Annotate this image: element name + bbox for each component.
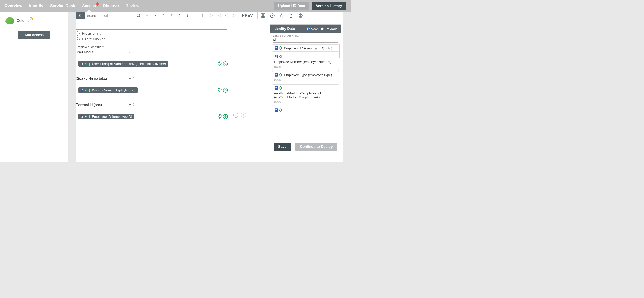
- displayname-chip: | Display Name (displayName): [78, 87, 138, 93]
- chevron-down-icon: [129, 104, 131, 106]
- brain-icon[interactable]: [298, 13, 303, 18]
- svg-line-11: [272, 16, 273, 16]
- collapse-provisioning-icon[interactable]: −: [76, 31, 80, 35]
- grammarly-icon[interactable]: G: [223, 61, 228, 66]
- formula-bar: fx + - * / ( ) = != > < <= >=: [76, 12, 344, 19]
- svg-rect-19: [219, 65, 220, 66]
- search-function-input[interactable]: [87, 14, 136, 17]
- nav-tab-servicedesk[interactable]: Service Desk: [50, 3, 75, 8]
- svg-rect-4: [261, 14, 265, 18]
- app-name: Celonis: [16, 18, 29, 23]
- display-name-select[interactable]: Display Name (abc): [76, 76, 131, 82]
- bulb-icon[interactable]: +: [218, 114, 222, 119]
- svg-point-12: [291, 14, 292, 14]
- bulb-icon[interactable]: +: [218, 61, 222, 67]
- nav-tab-identity[interactable]: Identity: [29, 3, 44, 8]
- upn-mapping-box[interactable]: | User Principal Name or UPN (userPrinci…: [76, 58, 231, 69]
- op-minus[interactable]: -: [151, 13, 159, 18]
- radio-new[interactable]: New: [307, 27, 318, 31]
- displayname-mapping-box[interactable]: | Display Name (displayName) + G: [76, 85, 231, 95]
- deprovisioning-label: Deprovisioning: [82, 37, 106, 41]
- clock-icon[interactable]: [270, 13, 275, 18]
- app-logo-icon: [5, 17, 14, 24]
- fx-icon: fx: [76, 12, 85, 19]
- op-lt[interactable]: <: [216, 13, 224, 18]
- result-item[interactable]: ms-Exch-Mailbox-Template-BL (msExchMailb…: [272, 107, 339, 112]
- svg-text:+: +: [220, 88, 220, 90]
- op-lparen[interactable]: (: [175, 13, 183, 18]
- svg-rect-27: [219, 117, 220, 119]
- search-source-input[interactable]: [273, 37, 338, 43]
- nav-tab-access[interactable]: Access !: [82, 3, 96, 8]
- provisioning-label: Provisioning: [82, 31, 101, 35]
- grammarly-icon[interactable]: G: [223, 88, 228, 93]
- op-plus[interactable]: +: [143, 13, 151, 18]
- warning-badge-icon: !: [30, 17, 33, 20]
- text-icon[interactable]: [279, 13, 284, 18]
- table-icon[interactable]: [260, 13, 266, 18]
- remove-row-button[interactable]: −: [234, 113, 238, 117]
- result-item[interactable]: Employee Number (employeeNumber) (abc): [272, 53, 339, 70]
- external-id-select[interactable]: External Id (abc): [76, 102, 131, 108]
- search-source-label: Search a Source field...: [273, 34, 338, 37]
- grammarly-icon[interactable]: G: [223, 114, 228, 119]
- svg-text:+: +: [220, 62, 220, 63]
- op-lte[interactable]: <=: [224, 13, 232, 18]
- version-history-button[interactable]: Version History: [312, 2, 346, 10]
- op-mult[interactable]: *: [159, 13, 167, 18]
- op-prev[interactable]: PREV: [240, 13, 255, 18]
- app-row[interactable]: Celonis ! ⋮: [4, 15, 64, 26]
- scrollbar[interactable]: [339, 44, 340, 58]
- result-item[interactable]: Employee ID (employeeID) (abc): [272, 44, 339, 52]
- info-icon[interactable]: [288, 13, 294, 18]
- add-access-button[interactable]: Add Access: [18, 31, 50, 39]
- upload-hr-data-button[interactable]: Upload HR Data: [274, 2, 309, 10]
- search-icon[interactable]: [136, 13, 141, 18]
- op-neq[interactable]: !=: [200, 13, 208, 18]
- chevron-down-icon: [129, 52, 131, 53]
- radio-previous[interactable]: Previous: [321, 27, 338, 31]
- op-eq[interactable]: =: [192, 13, 200, 18]
- add-row-button[interactable]: +: [241, 113, 246, 117]
- continue-deploy-button[interactable]: Continue to Deploy: [296, 143, 337, 151]
- chevron-down-icon: [129, 78, 131, 79]
- result-item[interactable]: ms-Exch-Mailbox-Template-Link (msExchMai…: [272, 84, 339, 105]
- op-div[interactable]: /: [167, 13, 175, 18]
- nav-tab-observe[interactable]: Observe: [103, 3, 119, 8]
- identity-data-panel: Identity Data New Previous Search a Sour…: [270, 24, 341, 112]
- op-gt[interactable]: >: [208, 13, 216, 18]
- identity-panel-title: Identity Data: [274, 27, 295, 31]
- nav-tab-review[interactable]: Review: [126, 3, 139, 8]
- op-gte[interactable]: >=: [232, 13, 240, 18]
- result-item[interactable]: Employee Type (employeeType) (abc): [272, 71, 339, 83]
- content-card: fx + - * / ( ) = != > < <= >=: [76, 12, 344, 162]
- result-list: Employee ID (employeeID) (abc) Employee …: [270, 43, 340, 112]
- expression-box[interactable]: [76, 22, 227, 30]
- alert-badge-icon: !: [96, 2, 99, 5]
- top-nav: Overview Identity Service Desk Access ! …: [0, 0, 350, 12]
- externalid-mapping-box[interactable]: | Employee ID (employeeID) + G: [76, 111, 231, 122]
- svg-text:+: +: [220, 115, 220, 116]
- bulb-icon[interactable]: +: [218, 88, 222, 93]
- nav-tab-overview[interactable]: Overview: [4, 3, 22, 8]
- collapse-deprovisioning-icon[interactable]: −: [76, 37, 80, 41]
- employee-identifier-select[interactable]: User Name: [76, 49, 131, 55]
- svg-line-3: [139, 16, 141, 17]
- more-menu-icon[interactable]: ⋮: [59, 18, 63, 23]
- upn-chip: | User Principal Name or UPN (userPrinci…: [78, 61, 168, 67]
- search-function[interactable]: [85, 12, 143, 19]
- svg-rect-23: [219, 91, 220, 92]
- colon: :: [133, 76, 134, 82]
- externalid-chip: | Employee ID (employeeID): [78, 114, 134, 119]
- save-button[interactable]: Save: [274, 143, 291, 151]
- op-rparen[interactable]: ): [183, 13, 192, 18]
- svg-point-2: [137, 14, 140, 16]
- colon: :: [133, 102, 134, 108]
- left-sidebar: Celonis ! ⋮ Add Access: [0, 12, 68, 162]
